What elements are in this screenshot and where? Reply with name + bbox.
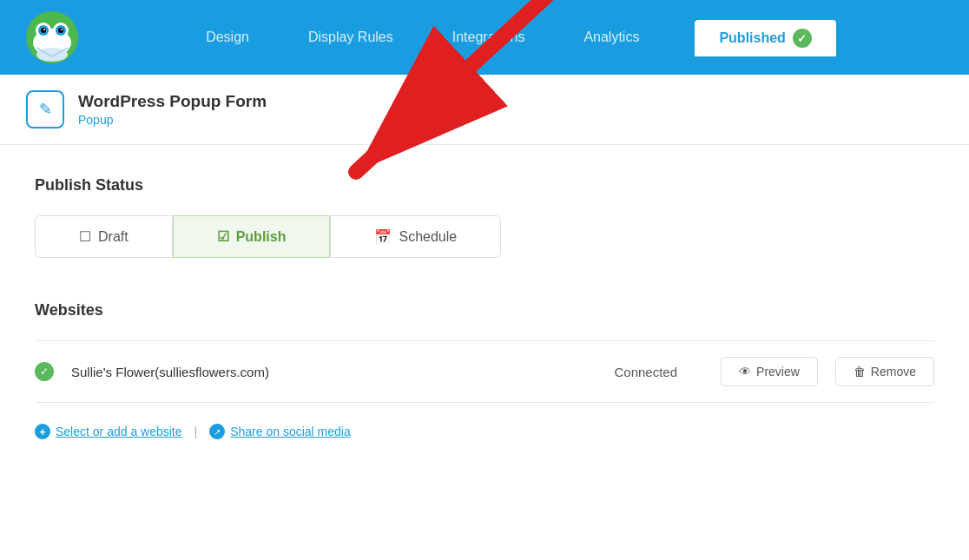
- published-label: Published: [719, 30, 785, 46]
- add-website-link[interactable]: + Select or add a website: [35, 424, 182, 439]
- publish-label: Publish: [236, 229, 287, 245]
- nav-display-rules[interactable]: Display Rules: [305, 23, 397, 52]
- share-social-label: Share on social media: [230, 425, 351, 438]
- website-row: ✓ Sullie's Flower(sulliesflowers.com) Co…: [35, 341, 934, 403]
- main-nav: Design Display Rules Integrations Analyt…: [87, 20, 952, 55]
- schedule-button[interactable]: 📅 Schedule: [330, 215, 501, 258]
- connected-dot-icon: ✓: [35, 362, 54, 381]
- form-name: WordPress Popup Form: [78, 92, 267, 111]
- footer-links: + Select or add a website | ↗ Share on s…: [35, 424, 934, 439]
- nav-design[interactable]: Design: [202, 23, 253, 52]
- edit-icon: ✎: [39, 100, 52, 119]
- svg-point-6: [41, 28, 46, 33]
- share-social-link[interactable]: ↗ Share on social media: [209, 424, 351, 439]
- websites-title: Websites: [35, 301, 934, 320]
- nav-analytics[interactable]: Analytics: [580, 23, 643, 52]
- remove-button[interactable]: 🗑 Remove: [835, 357, 934, 386]
- svg-point-9: [61, 29, 63, 30]
- preview-label: Preview: [756, 365, 800, 379]
- logo-icon: [24, 10, 80, 65]
- footer-divider: |: [194, 425, 198, 438]
- logo-area: [17, 10, 87, 65]
- preview-button[interactable]: 👁 Preview: [721, 357, 818, 386]
- remove-label: Remove: [871, 365, 916, 379]
- nav-integrations[interactable]: Integrations: [449, 23, 529, 52]
- form-type: Popup: [78, 113, 267, 127]
- svg-point-7: [58, 28, 63, 33]
- schedule-icon: 📅: [374, 228, 392, 245]
- main-content: Publish Status ☐ Draft ☑ Publish 📅 Sched…: [0, 145, 969, 471]
- publish-button[interactable]: ☑ Publish: [173, 215, 331, 258]
- add-website-label: Select or add a website: [56, 425, 182, 438]
- form-info: WordPress Popup Form Popup: [78, 92, 267, 127]
- draft-label: Draft: [98, 229, 129, 245]
- published-check-icon: ✓: [793, 29, 812, 48]
- share-icon: ↗: [209, 424, 225, 439]
- status-buttons: ☐ Draft ☑ Publish 📅 Schedule: [35, 215, 934, 258]
- header: Design Display Rules Integrations Analyt…: [0, 0, 969, 75]
- websites-section: Websites ✓ Sullie's Flower(sulliesflower…: [35, 301, 934, 403]
- website-status: Connected: [615, 365, 678, 379]
- publish-status-section: Publish Status ☐ Draft ☑ Publish 📅 Sched…: [35, 176, 934, 258]
- eye-icon: 👁: [739, 365, 751, 379]
- schedule-label: Schedule: [399, 229, 457, 245]
- edit-button[interactable]: ✎: [26, 90, 64, 128]
- subheader: ✎ WordPress Popup Form Popup: [0, 75, 969, 145]
- svg-point-8: [43, 29, 45, 30]
- trash-icon: 🗑: [854, 365, 866, 379]
- plus-icon: +: [35, 424, 50, 439]
- nav-published[interactable]: Published ✓: [695, 20, 835, 56]
- publish-status-title: Publish Status: [35, 176, 934, 194]
- draft-button[interactable]: ☐ Draft: [35, 215, 173, 258]
- draft-icon: ☐: [79, 228, 91, 245]
- website-name: Sullie's Flower(sulliesflowers.com): [71, 365, 597, 379]
- publish-check-icon: ☑: [217, 228, 229, 245]
